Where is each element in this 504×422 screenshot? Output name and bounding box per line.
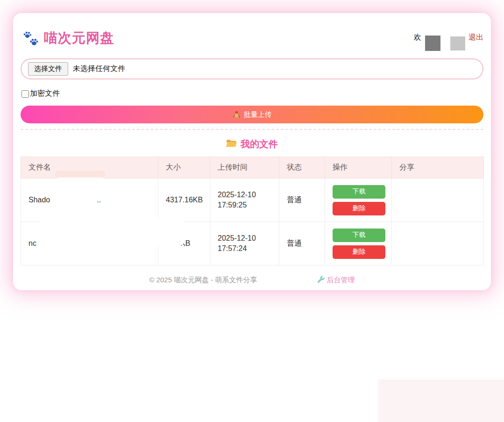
- file-input-container: 选择文件 未选择任何文件: [21, 58, 483, 79]
- logout-link[interactable]: 退出: [469, 33, 483, 43]
- upload-time: 17:57:24: [218, 243, 271, 254]
- batch-upload-label: 批量上传: [244, 110, 272, 119]
- encrypt-checkbox[interactable]: [21, 90, 29, 98]
- share-cell: [392, 222, 484, 265]
- batch-upload-button[interactable]: 批量上传: [21, 106, 483, 123]
- col-header-upload-time: 上传时间: [210, 157, 279, 179]
- encrypt-option-row: 加密文件: [21, 89, 483, 99]
- page: 喵次元网盘 欢 退出 选择文件 未选择任何文件 加密文件: [0, 0, 504, 422]
- download-button[interactable]: 下载: [333, 185, 385, 199]
- corner-tint-artifact: [378, 379, 504, 422]
- choose-file-button[interactable]: 选择文件: [28, 62, 68, 76]
- redacted-username-block: [450, 36, 465, 50]
- filename-text-end: ..: [97, 196, 101, 204]
- redaction-blob: [40, 218, 185, 246]
- header-user-area: 欢 退出: [414, 32, 483, 51]
- filename-text: Shado: [28, 196, 50, 204]
- filename-text: nc: [28, 239, 36, 247]
- header: 喵次元网盘 欢 退出: [21, 26, 483, 51]
- footer: © 2025 喵次元网盘 - 萌系文件分享 后台管理: [21, 276, 483, 285]
- share-cell: [392, 179, 484, 222]
- upload-date: 2025-12-10: [218, 233, 271, 243]
- welcome-text: 欢: [414, 33, 421, 43]
- files-section-title-text: 我的文件: [241, 138, 278, 150]
- col-header-status: 状态: [279, 157, 325, 179]
- admin-link[interactable]: 后台管理: [317, 276, 355, 285]
- files-section-title: 我的文件: [21, 138, 483, 150]
- upload-time-cell: 2025-12-10 17:57:24: [210, 222, 279, 265]
- col-header-share: 分享: [392, 157, 484, 179]
- wrench-icon: [317, 276, 325, 285]
- main-card: 喵次元网盘 欢 退出 选择文件 未选择任何文件 加密文件: [13, 13, 491, 290]
- actions-cell: 下载 删除: [325, 222, 392, 265]
- volcano-icon: [233, 110, 241, 119]
- encrypt-label: 加密文件: [30, 89, 60, 99]
- status-cell: 普通: [279, 179, 325, 222]
- upload-time-cell: 2025-12-10 17:59:25: [210, 179, 279, 222]
- upload-time: 17:59:25: [218, 200, 271, 210]
- size-cell: 4317.16KB: [158, 179, 210, 222]
- open-folder-icon: [226, 139, 237, 150]
- page-title: 喵次元网盘: [44, 29, 114, 48]
- admin-link-label: 后台管理: [327, 276, 355, 285]
- redacted-username-block: [425, 36, 440, 51]
- col-header-actions: 操作: [325, 157, 392, 179]
- copyright-text: © 2025 喵次元网盘 - 萌系文件分享: [149, 276, 257, 285]
- actions-cell: 下载 删除: [325, 179, 392, 222]
- delete-button[interactable]: 删除: [333, 245, 385, 259]
- paw-prints-icon: [22, 30, 39, 49]
- header-left: 喵次元网盘: [22, 26, 114, 49]
- file-selected-status: 未选择任何文件: [73, 64, 125, 74]
- redaction-blob: [55, 178, 106, 192]
- status-cell: 普通: [279, 222, 325, 265]
- col-header-size: 大小: [158, 157, 210, 179]
- section-divider: [21, 129, 483, 130]
- delete-button[interactable]: 删除: [333, 202, 385, 215]
- redaction-blob: [428, 17, 479, 35]
- upload-date: 2025-12-10: [218, 190, 271, 200]
- download-button[interactable]: 下载: [333, 229, 385, 242]
